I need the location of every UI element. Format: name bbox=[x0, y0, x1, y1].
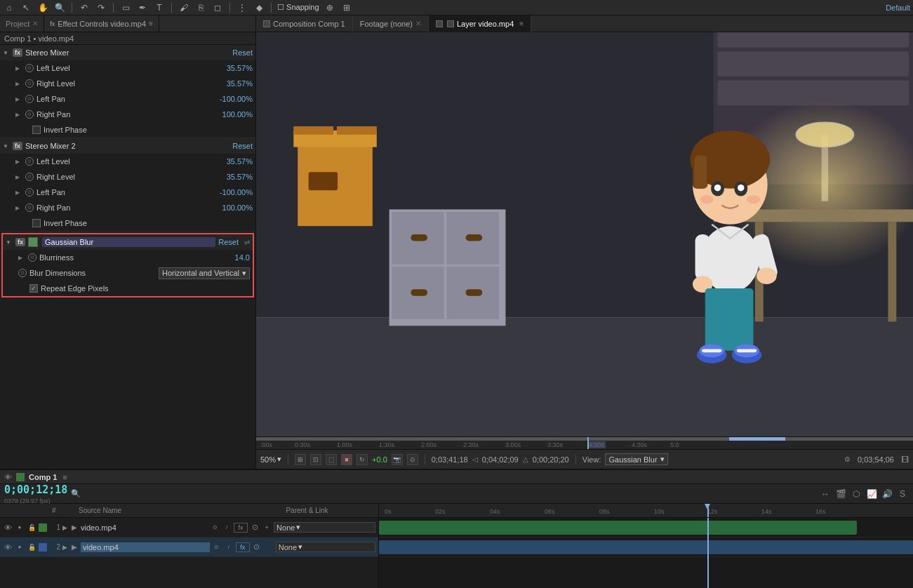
stereo-mixer-2-header[interactable]: ▼ fx Stereo Mixer 2 Reset bbox=[0, 138, 255, 154]
view-select[interactable]: Gaussian Blur ▾ bbox=[605, 453, 667, 465]
layer2-fx-btn[interactable]: fx bbox=[236, 542, 250, 552]
tab-layer[interactable]: Layer video.mp4 ≡ bbox=[429, 15, 531, 32]
layer2-visibility[interactable]: 👁 bbox=[3, 542, 13, 552]
zoom-select[interactable]: 50% ▾ bbox=[260, 455, 281, 464]
sm1-rl-stopwatch[interactable]: ⊙ bbox=[25, 79, 34, 88]
main-timecode[interactable]: 0;00;12;18 bbox=[4, 483, 67, 496]
layer2-solo[interactable]: ● bbox=[15, 542, 25, 552]
footage-close-icon[interactable]: ✕ bbox=[415, 20, 421, 27]
layer1-parent-dropdown[interactable]: None ▾ bbox=[274, 522, 375, 533]
snapping-checkbox[interactable]: ☐ Snapping bbox=[277, 3, 319, 12]
sm2-rl-expand[interactable]: ▶ bbox=[15, 174, 22, 180]
sm2-rp-expand[interactable]: ▶ bbox=[15, 205, 22, 211]
sm2-lp-expand[interactable]: ▶ bbox=[15, 189, 22, 196]
layer2-sw1[interactable]: ⊙ bbox=[212, 542, 222, 552]
viewer-grid-icon[interactable]: ⊞ bbox=[295, 454, 306, 465]
stereo-mixer-1-reset[interactable]: Reset bbox=[232, 48, 253, 57]
sm2-lp-stopwatch[interactable]: ⊙ bbox=[25, 188, 34, 196]
layer1-visibility[interactable]: 👁 bbox=[3, 523, 13, 533]
layer2-parent-dropdown[interactable]: None ▾ bbox=[276, 542, 375, 552]
repeat-edge-checkbox[interactable]: ✓ bbox=[29, 284, 38, 293]
hand-icon[interactable]: ✋ bbox=[36, 1, 49, 14]
viewer-3d-icon[interactable]: ⬚ bbox=[326, 454, 337, 465]
shape-icon[interactable]: ◆ bbox=[253, 1, 265, 14]
link-icon[interactable]: ⇄ bbox=[244, 239, 250, 246]
sm1-ll-expand[interactable]: ▶ bbox=[15, 65, 22, 72]
layer-tab-menu[interactable]: ≡ bbox=[519, 20, 524, 27]
layer1-fx-btn[interactable]: fx bbox=[234, 523, 248, 533]
snapping-icon[interactable]: ⊕ bbox=[324, 1, 336, 14]
sm2-invert-phase-checkbox[interactable] bbox=[32, 219, 41, 227]
sm1-invert-phase-checkbox[interactable] bbox=[32, 126, 41, 134]
clone-icon[interactable]: ⎘ bbox=[194, 1, 207, 14]
stereo-mixer-2-reset[interactable]: Reset bbox=[232, 142, 253, 150]
blur-dimensions-dropdown[interactable]: Horizontal and Vertical ▾ bbox=[159, 267, 250, 279]
viewer-safe-icon[interactable]: ⊡ bbox=[310, 454, 321, 465]
sm1-rp-expand[interactable]: ▶ bbox=[15, 112, 22, 118]
sm1-lp-value[interactable]: -100.00% bbox=[211, 95, 253, 103]
sm1-ll-stopwatch[interactable]: ⊙ bbox=[25, 64, 34, 72]
layer1-sw3[interactable]: ⊙ bbox=[250, 523, 260, 533]
viewer-settings-icon[interactable]: ⚙ bbox=[844, 455, 851, 463]
tab-footage[interactable]: Footage (none) ✕ bbox=[353, 15, 429, 32]
cursor-icon[interactable]: ↖ bbox=[20, 1, 32, 14]
layer1-sw4[interactable]: + bbox=[262, 523, 272, 533]
blur-expand[interactable]: ▶ bbox=[18, 255, 25, 261]
layer1-expand[interactable]: ▶ bbox=[62, 524, 69, 531]
sm2-lp-value[interactable]: -100.00% bbox=[211, 188, 253, 196]
text-tool-icon[interactable]: T bbox=[153, 1, 166, 14]
gaussian-blur-header[interactable]: ▼ fx Gaussian Blur Reset ⇄ bbox=[3, 234, 253, 250]
tl-snap-icon[interactable]: ↔ bbox=[819, 488, 832, 500]
tl-motion-icon[interactable]: 🎬 bbox=[834, 488, 847, 500]
stereo-mixer-1-header[interactable]: ▼ fx Stereo Mixer Reset bbox=[0, 45, 255, 60]
tab-project[interactable]: Project ✕ bbox=[0, 15, 44, 32]
home-icon[interactable]: ⌂ bbox=[3, 1, 15, 14]
sm2-rp-value[interactable]: 100.00% bbox=[211, 203, 253, 212]
layer1-sw2[interactable]: / bbox=[222, 523, 232, 533]
viewer-camera-icon[interactable]: 📷 bbox=[392, 454, 403, 465]
blurriness-value[interactable]: 14.0 bbox=[208, 253, 250, 262]
viewer-sync-icon[interactable]: ↻ bbox=[356, 454, 368, 465]
viewer-film-icon[interactable]: 🎞 bbox=[901, 455, 909, 464]
sm1-lp-expand[interactable]: ▶ bbox=[15, 96, 22, 102]
tl-solo-icon[interactable]: S bbox=[896, 488, 909, 500]
rotate-icon[interactable]: ↶ bbox=[78, 1, 91, 14]
tab-composition[interactable]: Composition Comp 1 bbox=[256, 15, 353, 32]
sm2-ll-stopwatch[interactable]: ⊙ bbox=[25, 157, 34, 166]
tl-graph-icon[interactable]: 📈 bbox=[865, 488, 878, 500]
tl-audio-icon[interactable]: 🔊 bbox=[881, 488, 893, 500]
comp-panel-eye-icon[interactable]: 👁 bbox=[4, 473, 12, 481]
sm2-ll-value[interactable]: 35.57% bbox=[211, 157, 253, 166]
search-icon[interactable]: 🔍 bbox=[70, 488, 81, 500]
sm2-ll-expand[interactable]: ▶ bbox=[15, 159, 22, 165]
layer2-sw2[interactable]: / bbox=[224, 542, 234, 552]
gaussian-blur-reset[interactable]: Reset bbox=[218, 238, 239, 246]
sm1-rl-value[interactable]: 35.57% bbox=[211, 79, 253, 88]
sm2-rl-value[interactable]: 35.57% bbox=[211, 173, 253, 181]
layer1-sw1[interactable]: ⊙ bbox=[210, 523, 220, 533]
viewer-color-icon[interactable]: ■ bbox=[341, 454, 352, 465]
project-tab-close[interactable]: ✕ bbox=[32, 20, 38, 27]
layer2-expand[interactable]: ▶ bbox=[62, 544, 69, 551]
redo-icon[interactable]: ↷ bbox=[95, 1, 107, 14]
rect-tool-icon[interactable]: ▭ bbox=[119, 1, 132, 14]
grid-icon[interactable]: ⊞ bbox=[340, 1, 353, 14]
zoom-tool-icon[interactable]: 🔍 bbox=[53, 1, 66, 14]
blur-dim-stopwatch[interactable]: ⊙ bbox=[18, 269, 27, 277]
pen-tool-icon[interactable]: ✒ bbox=[136, 1, 149, 14]
tl-keyframe-icon[interactable]: ⬡ bbox=[850, 488, 862, 500]
layer1-solo[interactable]: ● bbox=[15, 523, 25, 533]
viewer-capture-icon[interactable]: ⊙ bbox=[407, 454, 418, 465]
brush-icon[interactable]: 🖌 bbox=[178, 1, 190, 14]
puppet-icon[interactable]: ⋮ bbox=[236, 1, 248, 14]
panel-menu-icon[interactable]: ≡ bbox=[149, 20, 153, 27]
layer2-sw4[interactable] bbox=[264, 542, 274, 552]
sm2-rl-stopwatch[interactable]: ⊙ bbox=[25, 173, 34, 181]
sm1-rp-value[interactable]: 100.00% bbox=[211, 110, 253, 119]
blur-stopwatch[interactable]: ⊙ bbox=[28, 253, 36, 262]
sm1-lp-stopwatch[interactable]: ⊙ bbox=[25, 95, 34, 103]
eraser-icon[interactable]: ◻ bbox=[211, 1, 224, 14]
sm1-rp-stopwatch[interactable]: ⊙ bbox=[25, 110, 34, 119]
comp-panel-menu[interactable]: ≡ bbox=[62, 473, 67, 481]
layer2-lock[interactable]: 🔓 bbox=[27, 542, 36, 552]
